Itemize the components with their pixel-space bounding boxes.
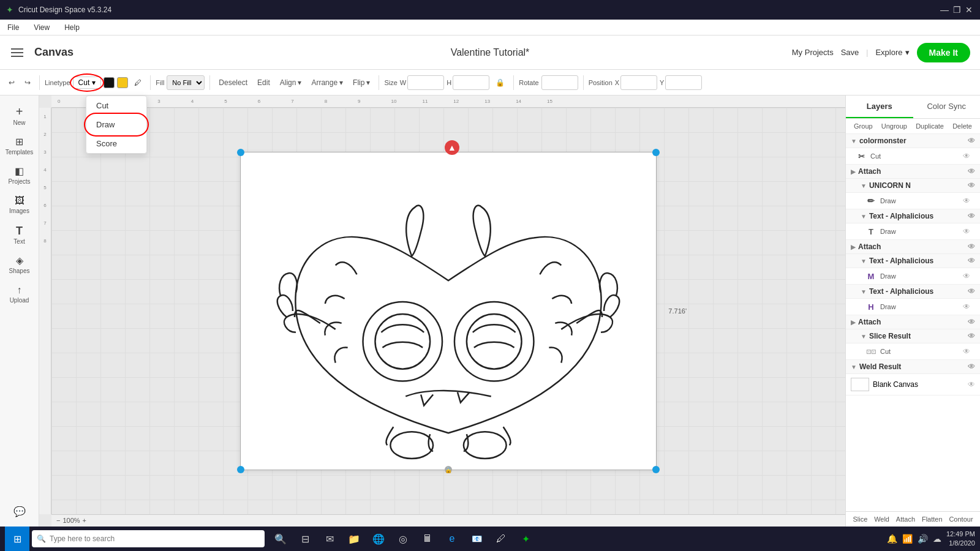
linetype-dropdown-button[interactable]: Cut ▾ bbox=[73, 77, 102, 89]
menu-view[interactable]: View bbox=[31, 22, 52, 33]
visibility-icon[interactable]: 👁 bbox=[968, 287, 975, 296]
taskbar-calculator[interactable]: 🖩 bbox=[417, 528, 439, 550]
group-button[interactable]: Group bbox=[854, 122, 873, 130]
handle-top-center[interactable]: ▲ bbox=[445, 140, 459, 155]
deselect-button[interactable]: Deselect bbox=[215, 76, 251, 89]
visibility-icon[interactable]: 👁 bbox=[968, 257, 975, 265]
sidebar-item-text[interactable]: T Text bbox=[0, 220, 39, 250]
taskbar-search-app[interactable]: 🔍 bbox=[270, 528, 292, 550]
redo-button[interactable]: ↪ bbox=[21, 76, 34, 89]
explore-button[interactable]: Explore ▾ bbox=[875, 48, 909, 57]
network-icon[interactable]: 📶 bbox=[902, 534, 913, 544]
blank-canvas-item[interactable]: Blank Canvas 👁 bbox=[846, 374, 980, 395]
onedrive-icon[interactable]: ☁ bbox=[933, 534, 941, 544]
my-projects-button[interactable]: My Projects bbox=[792, 48, 834, 57]
linetype-draw-item[interactable]: Draw bbox=[86, 115, 146, 134]
layer-group-weld-result[interactable]: ▼ Weld Result 👁 bbox=[846, 360, 980, 374]
visibility-icon[interactable]: 👁 bbox=[968, 362, 975, 371]
zoom-control[interactable]: − 100% + bbox=[56, 517, 86, 524]
fill-select[interactable]: No Fill bbox=[167, 75, 205, 90]
layer-item-colormonster-cut[interactable]: ✂ Cut 👁 bbox=[846, 148, 980, 165]
taskbar-task-view[interactable]: ⊟ bbox=[294, 528, 316, 550]
zoom-in-icon[interactable]: + bbox=[83, 517, 86, 524]
taskbar-app-5[interactable]: ◎ bbox=[392, 528, 414, 550]
height-input[interactable]: 7.716 bbox=[453, 75, 489, 90]
visibility-toggle-icon[interactable]: 👁 bbox=[963, 272, 970, 280]
slice-button[interactable]: Slice bbox=[853, 515, 867, 523]
layer-group-attach-3[interactable]: ▶ Attach 👁 bbox=[846, 315, 980, 329]
sidebar-item-new[interactable]: + New bbox=[0, 100, 39, 131]
volume-icon[interactable]: 🔊 bbox=[918, 534, 928, 544]
color-swatch-yellow[interactable] bbox=[117, 77, 128, 88]
taskbar-app-9[interactable]: 🖊 bbox=[490, 528, 512, 550]
notification-icon[interactable]: 🔔 bbox=[887, 534, 897, 544]
rotate-input[interactable]: 0 bbox=[541, 75, 578, 90]
sidebar-item-chat[interactable]: 💬 bbox=[0, 502, 39, 522]
layer-group-slice-result[interactable]: ▼ Slice Result 👁 bbox=[846, 329, 980, 343]
visibility-icon[interactable]: 👁 bbox=[968, 137, 975, 145]
sidebar-item-projects[interactable]: ◧ Projects bbox=[0, 162, 39, 190]
color-swatch-black[interactable] bbox=[104, 77, 115, 88]
visibility-icon[interactable]: 👁 bbox=[968, 318, 975, 326]
minimize-button[interactable]: — bbox=[940, 5, 949, 15]
layer-item-slice-cut[interactable]: ⊡⊡ Cut 👁 bbox=[846, 343, 980, 360]
layer-group-colormonster[interactable]: ▼ colormonster 👁 bbox=[846, 134, 980, 148]
menu-file[interactable]: File bbox=[5, 22, 21, 33]
layer-item-unicorn-draw[interactable]: ✏ Draw 👁 bbox=[846, 193, 980, 209]
hamburger-menu[interactable] bbox=[0, 36, 34, 70]
width-input[interactable]: 10.495 bbox=[407, 75, 444, 90]
pen-tool-button[interactable]: 🖊 bbox=[130, 76, 145, 89]
handle-bottom-left[interactable] bbox=[237, 466, 244, 473]
edit-button[interactable]: Edit bbox=[254, 76, 274, 89]
start-button[interactable]: ⊞ bbox=[5, 527, 29, 551]
ungroup-button[interactable]: Ungroup bbox=[881, 122, 907, 130]
layer-group-text-alpha-1[interactable]: ▼ Text - Alphalicious 👁 bbox=[846, 209, 980, 223]
visibility-toggle-icon[interactable]: 👁 bbox=[963, 227, 970, 236]
canvas-area[interactable]: 0 1 2 3 4 5 6 7 8 9 10 11 12 13 14 15 12… bbox=[39, 96, 845, 527]
sidebar-item-upload[interactable]: ↑ Upload bbox=[0, 280, 39, 309]
taskbar-cricut[interactable]: ✦ bbox=[514, 528, 537, 550]
taskbar-mail[interactable]: ✉ bbox=[318, 528, 341, 550]
linetype-score-item[interactable]: Score bbox=[86, 134, 146, 153]
layer-group-text-alpha-2[interactable]: ▼ Text - Alphalicious 👁 bbox=[846, 254, 980, 268]
arrange-button[interactable]: Arrange ▾ bbox=[307, 76, 347, 89]
design-canvas[interactable]: ▲ 🔒 7.716' bbox=[240, 152, 657, 470]
canvas-content[interactable]: ▲ 🔒 7.716' bbox=[51, 108, 845, 514]
layer-item-text-alpha-3-draw[interactable]: H Draw 👁 bbox=[846, 299, 980, 315]
handle-lock[interactable]: 🔒 bbox=[445, 466, 452, 473]
sidebar-item-images[interactable]: 🖼 Images bbox=[0, 191, 39, 219]
visibility-toggle-icon[interactable]: 👁 bbox=[963, 347, 970, 356]
visibility-toggle-icon[interactable]: 👁 bbox=[963, 302, 970, 311]
align-button[interactable]: Align ▾ bbox=[276, 76, 306, 89]
delete-button[interactable]: Delete bbox=[952, 122, 972, 130]
y-input[interactable]: 0.208 bbox=[665, 75, 702, 90]
linetype-cut-item[interactable]: Cut bbox=[86, 96, 146, 115]
layer-group-text-alpha-3[interactable]: ▼ Text - Alphalicious 👁 bbox=[846, 285, 980, 299]
taskbar-outlook[interactable]: 📧 bbox=[466, 528, 488, 550]
layer-item-text-alpha-2-draw[interactable]: M Draw 👁 bbox=[846, 268, 980, 285]
attach-button[interactable]: Attach bbox=[896, 515, 915, 523]
menu-help[interactable]: Help bbox=[62, 22, 82, 33]
sidebar-item-templates[interactable]: ⊞ Templates bbox=[0, 132, 39, 160]
sidebar-item-shapes[interactable]: ◈ Shapes bbox=[0, 251, 39, 279]
maximize-button[interactable]: ❐ bbox=[952, 5, 962, 15]
visibility-toggle-icon[interactable]: 👁 bbox=[968, 380, 975, 389]
flatten-button[interactable]: Flatten bbox=[922, 515, 943, 523]
visibility-icon[interactable]: 👁 bbox=[968, 167, 975, 176]
handle-top-right[interactable] bbox=[652, 149, 660, 156]
flip-button[interactable]: Flip ▾ bbox=[349, 76, 374, 89]
zoom-out-icon[interactable]: − bbox=[56, 517, 60, 524]
save-button[interactable]: Save bbox=[841, 48, 859, 57]
visibility-toggle-icon[interactable]: 👁 bbox=[963, 152, 970, 160]
taskbar-ie[interactable]: e bbox=[441, 528, 463, 550]
contour-button[interactable]: Contour bbox=[949, 515, 973, 523]
layer-group-unicorn[interactable]: ▼ UNICORN N 👁 bbox=[846, 179, 980, 193]
tab-color-sync[interactable]: Color Sync bbox=[913, 96, 981, 118]
x-input[interactable]: 4.916 bbox=[620, 75, 657, 90]
tab-layers[interactable]: Layers bbox=[846, 96, 913, 118]
layer-group-attach-1[interactable]: ▶ Attach 👁 bbox=[846, 165, 980, 179]
taskbar-search[interactable]: 🔍 bbox=[32, 530, 265, 547]
handle-top-left[interactable] bbox=[237, 149, 244, 156]
lock-aspect-button[interactable]: 🔒 bbox=[492, 76, 508, 89]
taskbar-chrome[interactable]: 🌐 bbox=[368, 528, 390, 550]
